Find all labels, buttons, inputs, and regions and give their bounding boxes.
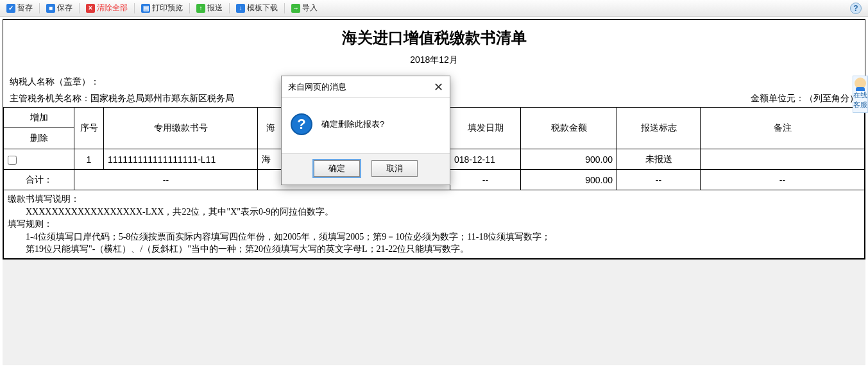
online-service[interactable]: 在线 客服	[853, 76, 868, 113]
total-dash4: --	[617, 170, 701, 190]
cell-hidden: 海	[258, 149, 284, 170]
template-label: 模板下载	[247, 3, 278, 13]
question-icon: ?	[291, 113, 312, 135]
import-label: 导入	[302, 3, 318, 13]
add-button[interactable]: 增加	[4, 108, 74, 128]
dialog-message: 确定删除此报表?	[321, 119, 384, 130]
total-dash5: --	[701, 170, 865, 190]
action-header: 增加 删除	[4, 108, 74, 149]
separator	[134, 3, 135, 13]
col-book-no: 专用缴款书号	[104, 108, 258, 149]
cell-status: 未报送	[617, 149, 701, 170]
service-line1: 在线	[853, 90, 867, 100]
instr-line5: 第19位只能填写"-（横杠）、/（反斜杠）"当中的一种；第20位须填写大写的英文…	[8, 243, 860, 256]
instr-line3: 填写规则：	[8, 218, 860, 231]
col-no: 序号	[74, 108, 104, 149]
cell-tax-amount[interactable]: 900.00	[521, 149, 617, 170]
template-button[interactable]: ↓ 模板下载	[232, 1, 282, 15]
delete-button[interactable]: 删除	[4, 128, 74, 149]
authority-label: 主管税务机关名称：	[10, 93, 90, 104]
unit-label: 金额单位元：（列至角分）	[751, 93, 858, 104]
submit-button[interactable]: ↑ 报送	[192, 1, 226, 15]
separator	[229, 3, 230, 13]
col-issue-date: 填发日期	[450, 108, 521, 149]
cell-book-no[interactable]: 111111111111111111-L11	[104, 149, 258, 170]
printpreview-label: 打印预览	[152, 3, 183, 13]
total-dash3: --	[450, 170, 521, 190]
import-icon: →	[291, 4, 300, 13]
clearall-button[interactable]: × 清除全部	[82, 1, 132, 15]
close-icon[interactable]: ✕	[434, 80, 443, 94]
dialog-titlebar: 来自网页的消息 ✕	[282, 76, 450, 98]
separator	[189, 3, 190, 13]
total-amount: 900.00	[521, 170, 617, 190]
taxpayer-label: 纳税人名称（盖章）：	[10, 76, 99, 88]
printpreview-button[interactable]: ▤ 打印预览	[137, 1, 187, 15]
cell-no: 1	[74, 149, 104, 170]
instr-line1: 缴款书填写说明：	[8, 193, 860, 206]
row-checkbox-cell	[4, 149, 74, 170]
separator	[79, 3, 80, 13]
ok-button[interactable]: 确定	[314, 160, 360, 177]
import-button[interactable]: → 导入	[287, 1, 321, 15]
submit-label: 报送	[207, 3, 223, 13]
toolbar: ✓ 暂存 ■ 保存 × 清除全部 ▤ 打印预览 ↑ 报送 ↓ 模板下载 → 导入…	[0, 0, 868, 17]
dialog-footer: 确定 取消	[282, 153, 450, 185]
clearall-label: 清除全部	[97, 3, 128, 13]
help-button[interactable]: ?	[850, 3, 862, 14]
avatar-icon	[855, 78, 866, 89]
confirm-dialog: 来自网页的消息 ✕ ? 确定删除此报表? 确定 取消	[281, 76, 450, 185]
col-status: 报送标志	[617, 108, 701, 149]
save-icon: ■	[46, 4, 55, 13]
cell-remark[interactable]	[701, 149, 865, 170]
print-icon: ▤	[141, 4, 150, 13]
template-icon: ↓	[236, 4, 245, 13]
total-dash1: --	[74, 170, 258, 190]
clear-icon: ×	[86, 4, 95, 13]
content: 海关进口增值税缴款书清单 2018年12月 纳税人名称（盖章）： 主管税务机关名…	[0, 17, 868, 371]
dialog-body: ? 确定删除此报表?	[282, 98, 450, 153]
tempsave-button[interactable]: ✓ 暂存	[3, 1, 37, 15]
col-tax-amount: 税款金额	[521, 108, 617, 149]
separator	[39, 3, 40, 13]
tempsave-label: 暂存	[17, 3, 33, 13]
col-hidden: 海	[258, 108, 284, 149]
submit-icon: ↑	[196, 4, 205, 13]
total-label: 合计：	[4, 170, 74, 190]
save-label: 保存	[57, 3, 72, 13]
tempsave-icon: ✓	[6, 4, 15, 13]
cell-issue-date[interactable]: 018-12-11	[450, 149, 521, 170]
row-checkbox[interactable]	[8, 156, 17, 165]
dialog-title: 来自网页的消息	[288, 81, 346, 93]
instr-line4: 1-4位须填写口岸代码；5-8位须按票面实际内容填写四位年份，如2005年，须填…	[8, 231, 860, 243]
instr-line2: XXXXXXXXXXXXXXXXXX-LXX，共22位，其中"X"表示0-9的阿…	[8, 206, 860, 218]
col-remark: 备注	[701, 108, 865, 149]
period: 2018年12月	[3, 51, 865, 74]
instructions: 缴款书填写说明： XXXXXXXXXXXXXXXXXX-LXX，共22位，其中"…	[3, 190, 865, 259]
authority-value: 国家税务总局郑州市郑东新区税务局	[90, 93, 234, 104]
save-button[interactable]: ■ 保存	[42, 1, 76, 15]
empty-area	[3, 260, 865, 365]
separator	[284, 3, 285, 13]
page-title: 海关进口增值税缴款书清单	[3, 20, 865, 51]
cancel-button[interactable]: 取消	[371, 160, 418, 177]
service-line2: 客服	[853, 100, 867, 110]
